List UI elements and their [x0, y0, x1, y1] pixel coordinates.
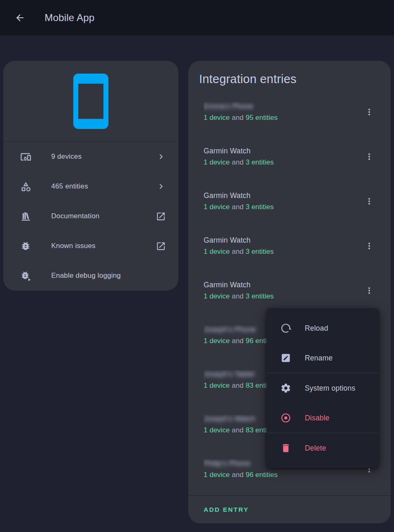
entry-name: Garmin Watch: [204, 147, 359, 155]
dots-vertical-icon: [364, 196, 374, 206]
entry-sub-and: and: [232, 292, 243, 301]
entry-sub-and: and: [232, 248, 243, 256]
menu-item-system-options[interactable]: System options: [266, 373, 379, 403]
integration-links: 9 devices 465 entities Documentation: [3, 142, 178, 291]
cellphone-icon: [61, 71, 121, 131]
entry-sub-and: and: [232, 203, 243, 211]
menu-item-delete[interactable]: Delete: [266, 433, 379, 463]
entry-entities-link[interactable]: 3 entities: [246, 292, 274, 301]
entry-menu-button[interactable]: [359, 147, 379, 167]
reload-icon: [280, 323, 292, 334]
entry-entities-link[interactable]: 96 entities: [246, 471, 278, 479]
entities-link-label: 465 entities: [51, 182, 136, 191]
entry-menu-button[interactable]: [359, 102, 379, 122]
arrow-left-icon: [14, 12, 25, 23]
entry-devices-link[interactable]: 1 device: [204, 382, 230, 390]
menu-item-rename[interactable]: Rename: [266, 343, 379, 373]
entry-devices-link[interactable]: 1 device: [204, 158, 230, 167]
dots-vertical-icon: [364, 286, 374, 296]
entry-menu-button[interactable]: [359, 236, 379, 256]
entry-name: Garmin Watch: [204, 236, 359, 245]
dots-vertical-icon: [364, 152, 374, 162]
entry-entities-link[interactable]: 3 entities: [246, 248, 274, 256]
menu-item-disable[interactable]: Disable: [266, 403, 379, 433]
entry-sub-and: and: [232, 382, 243, 390]
dots-vertical-icon: [364, 241, 374, 251]
entry-entities-link[interactable]: 95 entities: [246, 114, 278, 122]
bug-play-icon: [20, 270, 31, 281]
devices-link-label: 9 devices: [51, 153, 136, 161]
enable-debug-logging-label: Enable debug logging: [51, 272, 146, 280]
integration-logo: [3, 61, 178, 141]
shapes-icon: [20, 181, 31, 192]
page-title: Mobile App: [45, 12, 95, 24]
devices-link[interactable]: 9 devices: [3, 142, 178, 172]
entry-row: Garmin Watch 1 device and 3 entities: [188, 268, 391, 313]
dots-vertical-icon: [364, 107, 374, 117]
menu-item-label: Rename: [305, 354, 332, 363]
devices-icon: [20, 151, 31, 162]
menu-item-label: Reload: [305, 324, 328, 333]
chevron-right-icon: [156, 152, 166, 162]
menu-item-label: Disable: [305, 414, 330, 422]
entry-sub-and: and: [232, 426, 243, 434]
entries-card-title: Integration entries: [188, 61, 391, 86]
rename-icon: [280, 353, 292, 363]
integration-entries-card: Integration entries Emma's Phone 1 devic…: [188, 61, 391, 523]
documentation-link[interactable]: Documentation: [3, 201, 178, 231]
entry-devices-link[interactable]: 1 device: [204, 248, 230, 256]
menu-item-label: Delete: [305, 444, 326, 453]
documentation-link-label: Documentation: [51, 212, 136, 220]
entry-sub-and: and: [232, 337, 243, 345]
entry-entities-link[interactable]: 3 entities: [246, 158, 274, 167]
library-icon: [20, 211, 31, 222]
entry-name: Emma's Phone: [204, 102, 359, 111]
entry-row: Emma's Phone 1 device and 95 entities: [188, 90, 391, 134]
entry-devices-link[interactable]: 1 device: [204, 114, 230, 122]
app-header: Mobile App: [0, 0, 394, 36]
known-issues-link[interactable]: Known issues: [3, 231, 178, 261]
gear-icon: [280, 383, 292, 394]
entry-devices-link[interactable]: 1 device: [204, 292, 230, 301]
known-issues-link-label: Known issues: [51, 242, 136, 250]
back-button[interactable]: [10, 8, 30, 28]
trash-icon: [280, 443, 292, 453]
entry-sub-and: and: [232, 158, 243, 167]
entry-devices-link[interactable]: 1 device: [204, 337, 230, 345]
open-in-new-icon: [156, 241, 166, 251]
entry-name: Garmin Watch: [204, 191, 359, 200]
integration-info-card: 9 devices 465 entities Documentation: [3, 61, 178, 291]
entry-row: Garmin Watch 1 device and 3 entities: [188, 224, 391, 268]
bug-icon: [20, 241, 31, 251]
enable-debug-logging-link[interactable]: Enable debug logging: [3, 261, 178, 291]
entry-devices-link[interactable]: 1 device: [204, 471, 230, 479]
entry-devices-link[interactable]: 1 device: [204, 426, 230, 434]
stop-circle-icon: [280, 413, 292, 423]
menu-item-reload[interactable]: Reload: [266, 313, 379, 343]
entry-name: Garmin Watch: [204, 281, 359, 289]
entry-menu-button[interactable]: [359, 281, 379, 301]
entry-devices-link[interactable]: 1 device: [204, 203, 230, 211]
open-in-new-icon: [156, 211, 166, 222]
entities-link[interactable]: 465 entities: [3, 172, 178, 201]
entry-sub-and: and: [232, 114, 243, 122]
entry-entities-link[interactable]: 3 entities: [246, 203, 274, 211]
chevron-right-icon: [156, 181, 166, 191]
entry-sub-and: and: [232, 471, 243, 479]
entry-context-menu: Reload Rename System options Disable: [266, 308, 379, 468]
menu-item-label: System options: [305, 384, 355, 393]
entry-row: Garmin Watch 1 device and 3 entities: [188, 179, 391, 224]
add-entry-button[interactable]: ADD ENTRY: [204, 506, 249, 513]
entry-row: Garmin Watch 1 device and 3 entities: [188, 134, 391, 179]
entry-menu-button[interactable]: [359, 191, 379, 211]
